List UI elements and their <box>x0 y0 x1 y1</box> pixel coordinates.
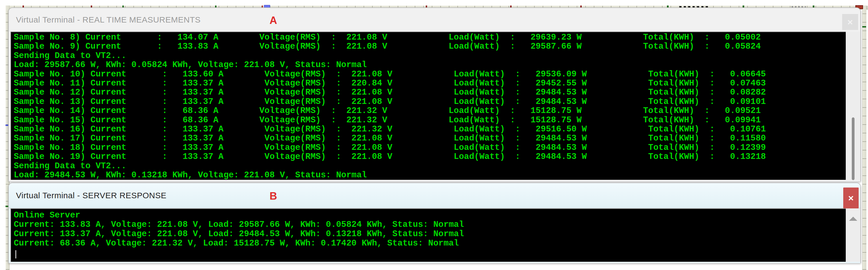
text-cursor <box>16 250 16 259</box>
window-title: Virtual Terminal - REAL TIME MEASUREMENT… <box>16 15 200 25</box>
scroll-up-arrow-icon[interactable] <box>849 217 857 221</box>
ruler-right <box>862 5 866 270</box>
scrollbar-track[interactable] <box>846 32 860 180</box>
ruler-marker <box>862 26 866 28</box>
scrollbar-thumb[interactable] <box>852 117 855 180</box>
vt-window-server: Virtual Terminal - SERVER RESPONSE B × O… <box>8 182 861 263</box>
close-icon[interactable]: × <box>842 14 858 30</box>
proteus-canvas: Virtual Terminal - REAL TIME MEASUREMENT… <box>0 0 868 270</box>
close-icon[interactable]: × <box>843 188 859 208</box>
window-title: Virtual Terminal - SERVER RESPONSE <box>16 191 166 200</box>
annotation-label-b: B <box>270 190 277 202</box>
titlebar-realtime[interactable]: Virtual Terminal - REAL TIME MEASUREMENT… <box>9 8 860 32</box>
terminal-screen-server[interactable]: Online Server Current: 133.83 A, Voltage… <box>10 208 846 262</box>
terminal-output-server: Online Server Current: 133.83 A, Voltage… <box>11 209 846 248</box>
terminal-screen-realtime[interactable]: Sample No. 8) Current : 134.07 A Voltage… <box>10 32 846 180</box>
titlebar-server[interactable]: Virtual Terminal - SERVER RESPONSE B × <box>9 183 860 208</box>
annotation-label-a: A <box>270 14 277 26</box>
scrollbar-track[interactable] <box>846 208 860 262</box>
vt-window-realtime: Virtual Terminal - REAL TIME MEASUREMENT… <box>8 7 861 181</box>
terminal-output-realtime: Sample No. 8) Current : 134.07 A Voltage… <box>11 32 846 180</box>
